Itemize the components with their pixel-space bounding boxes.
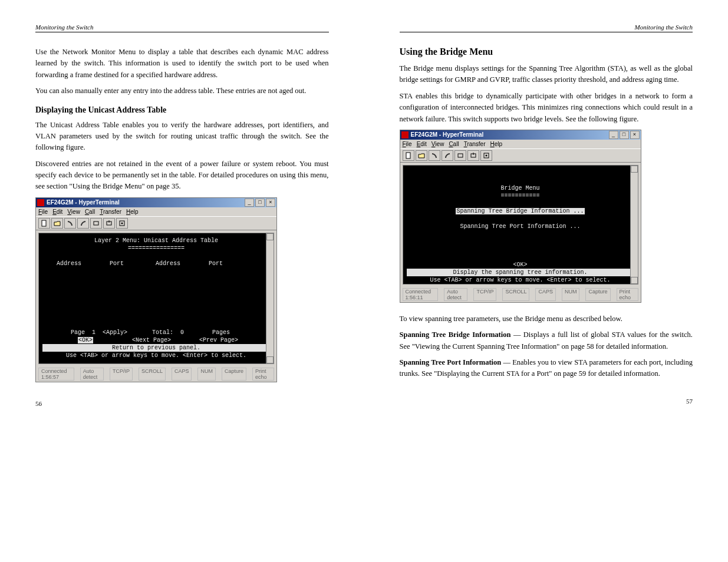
term-title-underline: ================ <box>42 244 270 252</box>
terminal-screen-2[interactable]: Bridge Menu =========== Spanning Tree Br… <box>403 165 638 285</box>
menu-help[interactable]: Help <box>126 209 139 215</box>
heading-bridge-menu: Using the Bridge Menu <box>400 47 693 57</box>
t2-blank2 <box>407 215 634 223</box>
svg-rect-5 <box>406 153 410 158</box>
page-header-left: Monitoring the Switch <box>35 24 329 32</box>
close-button[interactable]: × <box>266 199 275 207</box>
r-para-2: STA enables this bridge to dynamically p… <box>400 91 693 125</box>
status2-num: NUM <box>562 288 580 301</box>
minimize-button-2[interactable]: _ <box>609 131 618 139</box>
menubar: File Edit View Call Transfer Help <box>36 207 276 216</box>
term-blank9 <box>42 321 270 329</box>
tool-call-icon[interactable] <box>64 218 76 229</box>
t2-item-selected[interactable]: Spanning Tree Bridge Information ... <box>407 207 634 215</box>
tool-disconnect-icon[interactable] <box>77 218 89 229</box>
t2-item-other[interactable]: Spanning Tree Port Information ... <box>407 223 634 230</box>
r-item-1: Spanning Tree Bridge Information — Displ… <box>400 329 693 352</box>
tool-receive-icon-2[interactable] <box>467 150 479 161</box>
term-blank6 <box>42 298 270 306</box>
menu-help-2[interactable]: Help <box>490 141 503 147</box>
status2-tcpip: TCP/IP <box>473 288 496 301</box>
scrollbar[interactable] <box>266 233 274 363</box>
hyperterminal-window-2: EF24G2M - HyperTerminal _ □ × File Edit … <box>400 130 641 303</box>
terminal-wrap: Layer 2 Menu: Unicast Address Table ====… <box>36 230 276 366</box>
menu-view[interactable]: View <box>67 209 80 215</box>
app-icon-2 <box>401 131 409 138</box>
term-blank1 <box>42 252 270 260</box>
status2-capture: Capture <box>585 288 610 301</box>
status-connected: Connected 1:56:57 <box>38 368 74 381</box>
svg-point-4 <box>121 222 123 224</box>
status-caps: CAPS <box>172 368 192 381</box>
term-cols: Address Port Address Port <box>42 260 270 267</box>
status-printecho: Print echo <box>252 368 274 381</box>
tool-send-icon[interactable] <box>90 218 102 229</box>
tool-properties-icon-2[interactable] <box>480 150 492 161</box>
status-num: NUM <box>197 368 216 381</box>
para-2: You can also manually enter any entry in… <box>35 85 329 97</box>
tool-disconnect-icon-2[interactable] <box>442 150 453 161</box>
status-tcpip: TCP/IP <box>110 368 133 381</box>
menu-view-2[interactable]: View <box>431 141 444 147</box>
term-blank7 <box>42 306 270 313</box>
tool-open-icon-2[interactable] <box>416 150 427 161</box>
t2-ok[interactable]: <OK> <box>407 261 634 269</box>
tool-new-icon[interactable] <box>38 218 50 229</box>
menu-file[interactable]: File <box>38 209 48 215</box>
status2-printecho: Print echo <box>617 288 638 301</box>
t2-help1: Display the spanning tree information. <box>407 269 634 276</box>
window-buttons: _ □ × <box>243 199 275 207</box>
tool-new-icon-2[interactable] <box>403 150 414 161</box>
term-title: Layer 2 Menu: Unicast Address Table <box>42 237 270 244</box>
status2-scroll: SCROLL <box>502 288 529 301</box>
status2-connected: Connected 1:56:11 <box>403 288 439 301</box>
term-footer2: <OK> <Next Page> <Prev Page> <box>42 336 270 344</box>
term-blank5 <box>42 290 270 298</box>
term-blank2 <box>42 267 270 275</box>
r-para-3: To view spanning tree parameters, use th… <box>400 313 693 325</box>
tool-send-icon-2[interactable] <box>454 150 466 161</box>
r-item-2-title: Spanning Tree Port Information <box>400 358 502 366</box>
menu-file-2[interactable]: File <box>403 141 412 147</box>
term-help2: Use <TAB> or arrow keys to move. <Enter>… <box>42 352 270 359</box>
svg-rect-0 <box>42 220 46 226</box>
menu-transfer[interactable]: Transfer <box>100 209 121 215</box>
term-blank3 <box>42 275 270 283</box>
menu-edit-2[interactable]: Edit <box>417 141 427 147</box>
maximize-button-2[interactable]: □ <box>620 131 629 139</box>
status-capture: Capture <box>222 368 246 381</box>
terminal-screen[interactable]: Layer 2 Menu: Unicast Address Table ====… <box>38 233 274 364</box>
tool-properties-icon[interactable] <box>116 218 128 229</box>
tool-call-icon-2[interactable] <box>429 150 440 161</box>
page: Monitoring the Switch Use the Network Mo… <box>0 0 728 431</box>
menu-call[interactable]: Call <box>85 209 95 215</box>
minimize-button[interactable]: _ <box>245 199 254 207</box>
tool-receive-icon[interactable] <box>103 218 115 229</box>
header-text-left: Monitoring the Switch <box>35 24 93 31</box>
page-number-right: 57 <box>400 398 693 405</box>
titlebar-2[interactable]: EF24G2M - HyperTerminal _ □ × <box>400 130 641 140</box>
titlebar[interactable]: EF24G2M - HyperTerminal _ □ × <box>36 198 276 207</box>
t2-blank0b <box>407 177 634 184</box>
tool-open-icon[interactable] <box>51 218 63 229</box>
term-blank8 <box>42 313 270 321</box>
status2-caps: CAPS <box>535 288 556 301</box>
window-title-2: EF24G2M - HyperTerminal <box>411 131 484 138</box>
menu-transfer-2[interactable]: Transfer <box>464 141 486 147</box>
page-number-left: 56 <box>35 400 329 407</box>
page-header-right: Monitoring the Switch <box>400 24 693 32</box>
menu-call-2[interactable]: Call <box>449 141 459 147</box>
ok-button[interactable]: <OK> <box>78 337 93 343</box>
scrollbar-2[interactable] <box>630 166 638 284</box>
t2-title: Bridge Menu <box>407 184 634 192</box>
close-button-2[interactable]: × <box>630 131 640 139</box>
maximize-button[interactable]: □ <box>255 199 265 207</box>
right-column: Monitoring the Switch Using the Bridge M… <box>364 0 729 431</box>
status-autodetect: Auto detect <box>80 368 104 381</box>
term-help1: Return to previous panel. <box>42 344 270 352</box>
app-icon <box>37 199 44 206</box>
t2-underline: =========== <box>407 192 634 200</box>
t2-blank4 <box>407 238 634 246</box>
menu-edit[interactable]: Edit <box>52 209 62 215</box>
svg-point-9 <box>485 154 487 156</box>
